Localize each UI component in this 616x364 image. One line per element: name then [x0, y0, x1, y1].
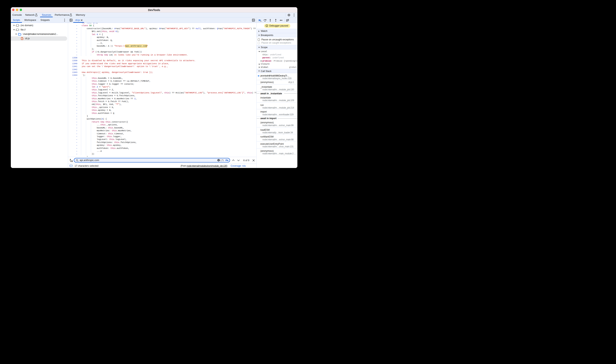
svg-text:B: B [71, 160, 73, 162]
svg-text:A: A [70, 159, 71, 161]
